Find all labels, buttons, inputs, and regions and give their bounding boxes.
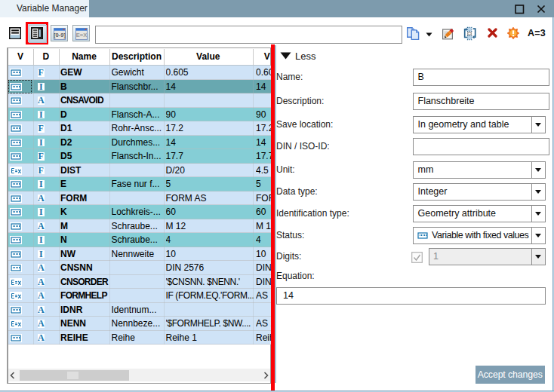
svg-text:E=X: E=X bbox=[76, 31, 87, 38]
svg-text:[0-9]: [0-9] bbox=[54, 31, 66, 38]
